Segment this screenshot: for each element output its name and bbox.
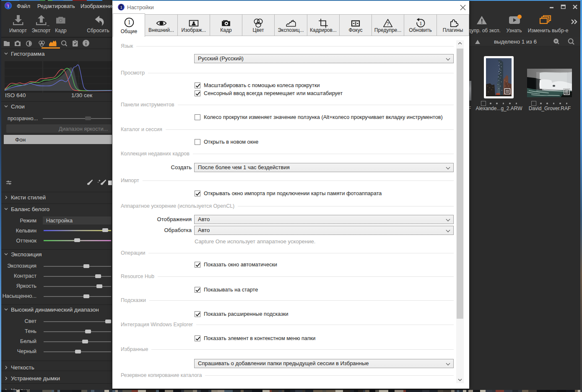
svg-text:1: 1	[419, 20, 422, 26]
svg-text:1: 1	[127, 19, 130, 26]
svg-text:1: 1	[7, 3, 10, 8]
svg-text:1: 1	[120, 5, 122, 10]
svg-text:?: ?	[387, 21, 389, 26]
